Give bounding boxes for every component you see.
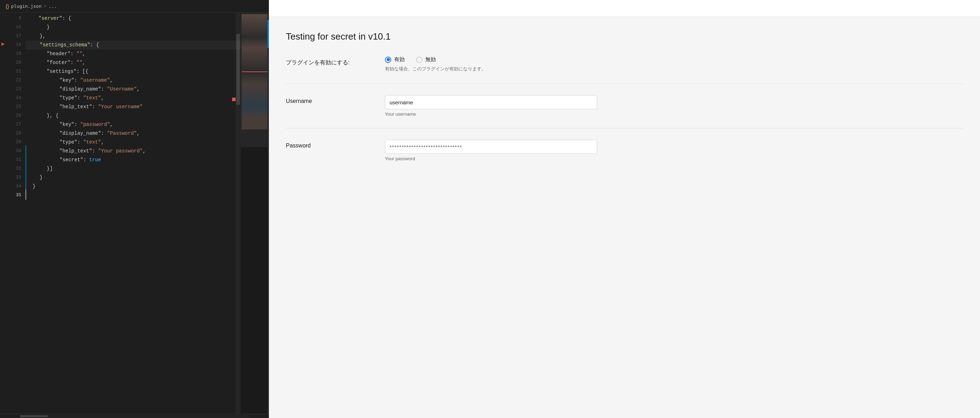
username-control: Your username: [385, 95, 963, 117]
preview-header-bar: [269, 0, 980, 17]
code-line-33: }: [25, 173, 240, 182]
line-numbers: 9 16 17 18 19 20 21 22 23 24 25 26 27 28…: [6, 13, 25, 414]
ln-22: 22: [16, 76, 21, 85]
ln-19: 19: [16, 49, 21, 58]
editor-gutter: ▶: [0, 13, 6, 414]
plugin-enable-control: 有効 無効 有効な場合、このプラグインが有効になります。: [385, 56, 963, 72]
radio-disabled-circle[interactable]: [416, 57, 422, 63]
code-line-29: "type": "text",: [25, 138, 240, 147]
code-line-19: "header": "",: [25, 49, 240, 58]
gutter-27: [0, 119, 6, 128]
plugin-enable-section: プラグインを有効にする: 有効 無効 有効な場合、このプラグインが有効になります…: [286, 56, 963, 72]
username-help: Your username: [385, 111, 963, 117]
gutter-25: [0, 101, 6, 110]
radio-disabled[interactable]: 無効: [416, 56, 436, 63]
code-line-34: }: [25, 182, 240, 191]
ln-35: 35: [16, 191, 21, 200]
divider-2: [286, 128, 963, 129]
password-input[interactable]: [385, 140, 597, 154]
gutter-18: ▶: [0, 39, 6, 48]
gutter-35: [0, 189, 6, 199]
ln-27: 27: [16, 120, 21, 129]
ln-29: 29: [16, 138, 21, 147]
gutter-20: [0, 57, 6, 66]
gutter-23: [0, 83, 6, 92]
preview-content: Testing for secret in v10.1 プラグインを有効にする:…: [269, 17, 980, 418]
gutter-9: [0, 13, 6, 22]
code-line-30: "help_text": "Your password",: [25, 147, 240, 156]
ln-9: 9: [18, 14, 21, 23]
password-label: Password: [286, 140, 356, 149]
code-line-26: }, {: [25, 111, 240, 120]
code-line-35: [25, 191, 240, 200]
gutter-22: [0, 75, 6, 83]
gutter-32: [0, 163, 6, 172]
minimap: [240, 13, 269, 414]
code-line-16: }: [25, 23, 240, 32]
ln-28: 28: [16, 129, 21, 138]
gutter-34: [0, 181, 6, 189]
radio-group-enable: 有効 無効: [385, 56, 963, 63]
preview-title: Testing for secret in v10.1: [286, 31, 963, 42]
code-line-25: "help_text": "Your username": [25, 103, 240, 111]
ln-17: 17: [16, 32, 21, 41]
code-line-17: },: [25, 32, 240, 41]
ln-34: 34: [16, 182, 21, 191]
ln-24: 24: [16, 94, 21, 103]
ln-21: 21: [16, 67, 21, 76]
password-help: Your password: [385, 156, 963, 161]
editor-panel: {} plugin.json > ... ▶: [0, 0, 269, 418]
code-editor[interactable]: "server": { } }, "settings_schema": { "h…: [25, 13, 240, 414]
radio-enabled-label: 有効: [394, 56, 405, 63]
radio-enabled-circle[interactable]: [385, 57, 391, 63]
code-line-27: "key": "password",: [25, 120, 240, 129]
editor-breadcrumb: {} plugin.json > ...: [0, 0, 269, 13]
json-icon: {}: [6, 3, 9, 9]
breadcrumb-more: ...: [48, 3, 57, 9]
plugin-enable-label: プラグインを有効にする:: [286, 56, 356, 67]
ln-25: 25: [16, 103, 21, 111]
gutter-21: [0, 66, 6, 75]
ln-32: 32: [16, 164, 21, 173]
ln-33: 33: [16, 173, 21, 182]
code-line-22: "key": "username",: [25, 76, 240, 85]
code-line-21: "settings": [{: [25, 67, 240, 76]
gutter-31: [0, 154, 6, 163]
ln-23: 23: [16, 85, 21, 94]
code-line-28: "display_name": "Password",: [25, 129, 240, 138]
code-line-9: "server": {: [25, 14, 240, 23]
gutter-26: [0, 110, 6, 119]
breadcrumb-separator: >: [43, 3, 46, 9]
gutter-30: [0, 145, 6, 154]
radio-enabled[interactable]: 有効: [385, 56, 405, 63]
gutter-28: [0, 128, 6, 137]
username-section: Username Your username: [286, 95, 963, 117]
password-control: Your password: [385, 140, 963, 161]
gutter-33: [0, 172, 6, 181]
breakpoint-arrow: ▶: [2, 41, 5, 46]
ln-31: 31: [16, 156, 21, 164]
gutter-24: [0, 92, 6, 101]
ln-30: 30: [16, 147, 21, 156]
breadcrumb-filename: plugin.json: [11, 3, 41, 9]
gutter-19: [0, 48, 6, 57]
code-line-31: "secret": true: [25, 156, 240, 164]
gutter-16: [0, 22, 6, 30]
ln-16: 16: [16, 23, 21, 32]
username-label: Username: [286, 95, 356, 104]
gutter-17: [0, 30, 6, 39]
enable-help-text: 有効な場合、このプラグインが有効になります。: [385, 66, 963, 72]
editor-body[interactable]: ▶ 9 16 17 18 19 20: [0, 13, 269, 414]
gutter-29: [0, 137, 6, 145]
code-line-20: "footer": "",: [25, 58, 240, 67]
code-line-24: "type": "text",: [25, 94, 240, 103]
ln-26: 26: [16, 111, 21, 120]
code-line-32: }]: [25, 164, 240, 173]
ln-18: 18: [16, 41, 21, 49]
username-input[interactable]: [385, 95, 597, 109]
preview-panel: Testing for secret in v10.1 プラグインを有効にする:…: [269, 0, 980, 418]
code-line-18: "settings_schema": {: [25, 41, 240, 49]
divider-1: [286, 83, 963, 84]
code-line-23: "display_name": "Username",: [25, 85, 240, 94]
password-section: Password Your password: [286, 140, 963, 161]
